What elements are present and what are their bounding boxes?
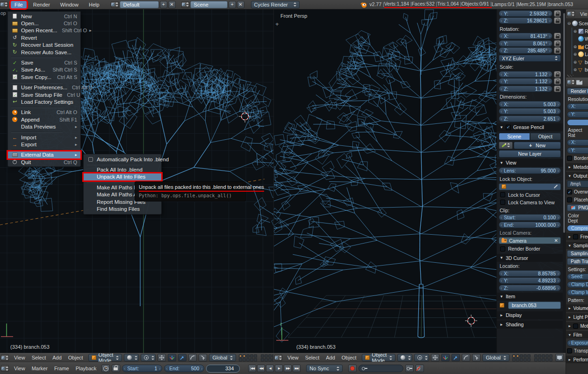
clear-camera-icon[interactable]: ✕ [554,238,558,243]
layer-cell[interactable] [254,358,257,361]
lock-icon[interactable] [554,47,561,54]
render-presets-dropdown[interactable]: Render Pre [567,88,588,95]
resolution-y-field[interactable]: Y: [567,111,588,118]
scene-name-field[interactable]: Scene [190,1,228,8]
film-panel-header[interactable]: ▼Film [566,331,588,338]
layer-cell[interactable] [261,358,264,361]
add-layout-button[interactable]: + [160,1,167,8]
expand-icon[interactable]: ⊕ [573,44,577,49]
viewport-shading-dropdown[interactable] [124,354,139,361]
number-field[interactable]: Z:285.485° [499,47,552,54]
viewport-menu[interactable]: Select [29,355,50,360]
menu-item[interactable] [8,106,80,109]
orientation-dropdown[interactable]: Global [209,354,236,361]
output-path-field[interactable]: /tmp\ [567,180,588,187]
outliner[interactable]: Vie ⊖Scene⊕RW⊕C⊕La⊕br⊕br [566,9,588,77]
menu-item[interactable]: Import [8,134,80,141]
auto-keyframe-button[interactable] [348,365,357,372]
number-field[interactable]: Z:1.132 [499,86,552,92]
layer-cell[interactable] [243,358,246,361]
layer-cell[interactable] [265,358,268,361]
outliner-row[interactable]: ⊕br [572,66,588,74]
clamp-direct-field[interactable]: Clamp Di [567,281,588,288]
frame-end-field[interactable]: End:500 [164,365,204,372]
resolution-x-field[interactable]: X: [567,103,588,110]
menu-item[interactable] [8,130,80,134]
menu-item[interactable]: QuitCtrl Q [8,158,80,165]
layer-cell[interactable] [246,354,250,358]
add-scene-button[interactable]: + [229,1,236,8]
number-field[interactable]: Y:8.061° [499,40,552,47]
number-field[interactable]: Y:5.003 [499,108,561,115]
submenu-item[interactable]: Unpack All Into Files [84,173,161,180]
layer-cell[interactable] [542,358,545,361]
compression-slider[interactable]: Compress [567,225,588,231]
layer-cell[interactable] [239,354,242,358]
layer-cell[interactable] [538,354,541,358]
metadata-panel-header[interactable]: ►Metadat [566,163,588,171]
number-field[interactable]: Y:4.89233 [499,277,561,284]
properties-n-panel[interactable]: Y:2.59382Z:16.28621 Rotation: X:81.413°Y… [496,9,563,353]
lock-time-button[interactable] [112,365,120,372]
lock-icon[interactable] [554,33,561,39]
layer-cell[interactable] [250,358,253,361]
editor-type-button[interactable] [567,11,575,17]
output-panel-header[interactable]: ▼Output [566,172,588,180]
layer-cell[interactable] [512,354,516,358]
layer-cell[interactable] [545,354,549,358]
outliner-row[interactable]: ⊕R [572,28,588,36]
number-field[interactable]: X:1.132 [499,71,552,78]
lock-icon[interactable] [554,71,561,78]
menu-item[interactable] [8,148,80,151]
layer-cell[interactable] [520,354,523,358]
keying-set-field[interactable] [359,365,403,372]
layer-cell[interactable] [520,358,523,361]
shading-panel-header[interactable]: ►Shading [497,321,563,329]
manipulator-toggle-button[interactable] [431,354,439,361]
transport-button[interactable]: ▶▶ [284,365,292,372]
editor-type-button[interactable] [567,79,575,86]
manipulator-orientation-button[interactable] [199,354,207,361]
pivot-dropdown[interactable] [141,354,156,361]
border-checkbox[interactable] [567,156,572,161]
mode-dropdown[interactable]: Object Mode [362,354,396,361]
menu-item[interactable]: Save Startup FileCtrl U [8,91,80,98]
viewport-menu[interactable]: View [284,355,302,360]
cursor-panel-header[interactable]: ▼3D Cursor [497,254,563,262]
menu-item[interactable]: LinkCtrl Alt O [8,109,80,116]
translate-manipulator-button[interactable] [441,354,450,361]
menu-item[interactable]: NewCtrl N [8,13,80,20]
render-border-checkbox[interactable] [500,246,505,252]
use-preview-range-button[interactable] [101,365,110,372]
freestyle-checkbox[interactable] [573,234,578,239]
delete-keyframe-button[interactable] [416,365,424,372]
render-tab-icon[interactable] [576,79,582,85]
layer-cell[interactable] [516,354,519,358]
viewport-menu[interactable]: View [11,355,29,360]
screen-layout-field[interactable]: Default [120,1,159,8]
menu-item[interactable]: Save As...Shift Ctrl S [8,66,80,73]
menu-button[interactable]: Render [29,1,54,8]
layer-cell[interactable] [243,354,246,358]
freestyle-panel-header[interactable]: ►Free [566,233,588,240]
viewport-right[interactable]: z Front Persp + (334) branch.053 Y:2.593… [273,9,566,353]
layer-cell[interactable] [549,354,552,358]
outliner-view-menu[interactable]: Vie [577,11,588,17]
layer-cell[interactable] [527,358,531,361]
toolshelf-expand-button[interactable]: + [275,21,279,28]
editor-type-button[interactable] [274,354,282,361]
lock-camera-row[interactable]: Lock Camera to View [497,199,563,206]
scene-browse-button[interactable] [181,1,189,8]
layer-cell[interactable] [542,354,545,358]
menu-item[interactable]: AppendShift F1 [8,116,80,123]
grease-object-tab[interactable]: Object [530,133,561,140]
viewport-shading-dropdown[interactable] [397,354,412,361]
aspect-x-field[interactable]: X: [567,139,588,146]
rotation-mode-dropdown[interactable]: XYZ Euler [499,55,561,62]
layer-cell[interactable] [265,354,268,358]
number-field[interactable]: X:81.413° [499,33,552,39]
lock-to-cursor-checkbox[interactable] [500,192,505,197]
placeholders-checkbox[interactable] [567,197,572,202]
number-field[interactable]: Z:-0.68896 [499,285,561,291]
light-paths-panel-header[interactable]: ►Light Pa [566,313,588,321]
